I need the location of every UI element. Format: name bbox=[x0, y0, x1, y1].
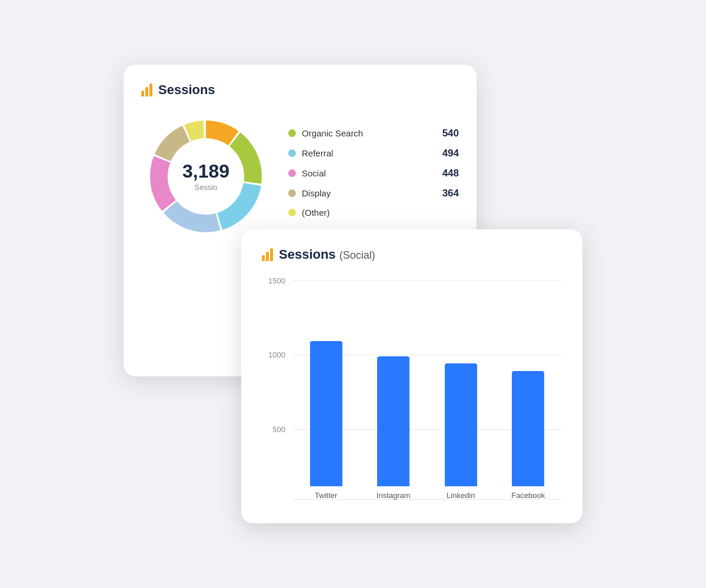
bar-x-label: Twitter bbox=[315, 491, 337, 500]
legend-value: 540 bbox=[435, 128, 459, 139]
bar-x-label: Linkedin bbox=[447, 491, 475, 500]
bar-chart-icon-2 bbox=[262, 248, 273, 261]
legend-dot bbox=[288, 129, 296, 137]
bar-x-label: Facebook bbox=[511, 491, 545, 500]
donut-legend: Organic Search 540 Referral 494 Social 4… bbox=[288, 128, 459, 226]
legend-item: Display 364 bbox=[288, 188, 459, 199]
legend-name: Referral bbox=[302, 148, 435, 158]
legend-dot bbox=[288, 189, 296, 197]
donut-chart: 3,189 Sessio bbox=[141, 112, 271, 241]
bar-group: Instagram bbox=[370, 356, 417, 500]
bar-group: Facebook bbox=[505, 371, 552, 500]
social-card-header: Sessions (Social) bbox=[262, 247, 562, 262]
bar bbox=[445, 363, 477, 486]
bar-x-label: Instagram bbox=[377, 491, 411, 500]
bar-group: Twitter bbox=[302, 341, 349, 500]
legend-dot bbox=[288, 149, 296, 157]
bar bbox=[310, 341, 342, 486]
donut-area: 3,189 Sessio Organic Search 540 Referral… bbox=[141, 112, 459, 241]
donut-card-header: Sessions bbox=[141, 82, 459, 98]
social-card-title: Sessions (Social) bbox=[279, 247, 375, 262]
bars-container: Twitter Instagram Linkedin Facebook bbox=[292, 276, 562, 500]
legend-item: Social 448 bbox=[288, 168, 459, 179]
donut-total-value: 3,189 bbox=[182, 162, 229, 181]
legend-dot bbox=[288, 209, 296, 216]
legend-name: (Other) bbox=[302, 208, 435, 218]
legend-item: Organic Search 540 bbox=[288, 128, 459, 139]
legend-value: 494 bbox=[435, 148, 459, 159]
legend-value: 448 bbox=[435, 168, 459, 179]
legend-value: 364 bbox=[435, 188, 459, 199]
donut-card-title: Sessions bbox=[158, 82, 215, 98]
bar-group: Linkedin bbox=[437, 363, 484, 500]
bar bbox=[512, 371, 544, 486]
bar-chart-grid: 1500 1000 500 bbox=[262, 276, 562, 500]
legend-name: Social bbox=[302, 168, 435, 178]
legend-name: Display bbox=[302, 188, 435, 198]
sessions-social-card: Sessions (Social) 1500 1000 500 bbox=[241, 229, 582, 523]
legend-dot bbox=[288, 169, 296, 177]
bar-chart-area: 1500 1000 500 bbox=[262, 276, 562, 500]
legend-name: Organic Search bbox=[302, 128, 435, 138]
dashboard-scene: Sessions bbox=[124, 65, 582, 523]
donut-total-label: Sessio bbox=[182, 183, 229, 192]
bar bbox=[377, 356, 409, 486]
legend-item: (Other) bbox=[288, 208, 459, 218]
donut-center: 3,189 Sessio bbox=[182, 162, 229, 192]
bar-chart-icon bbox=[141, 83, 152, 96]
legend-item: Referral 494 bbox=[288, 148, 459, 159]
